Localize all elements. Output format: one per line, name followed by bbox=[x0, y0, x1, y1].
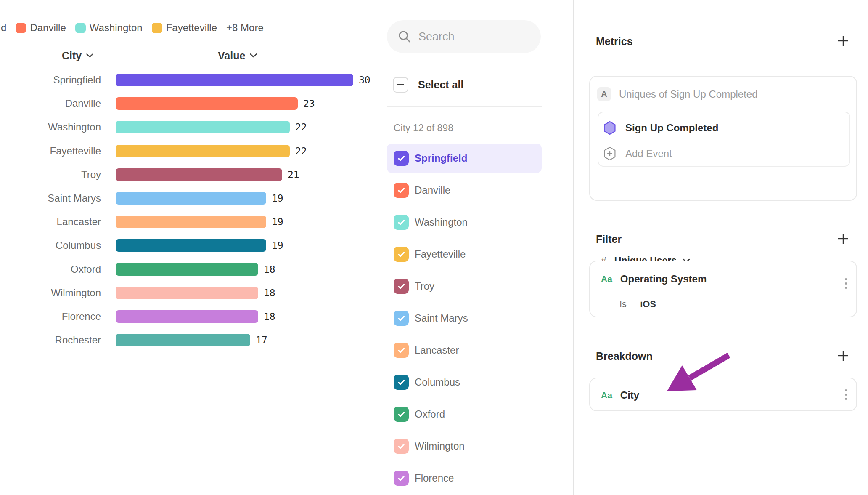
select-all-label: Select all bbox=[418, 79, 463, 91]
city-checkbox[interactable] bbox=[394, 183, 409, 198]
city-list-item[interactable]: Oxford bbox=[387, 398, 542, 430]
legend-label: Springfield bbox=[0, 22, 6, 34]
checkmark-icon bbox=[397, 282, 406, 291]
legend-label: Danville bbox=[30, 22, 66, 34]
add-event-row[interactable]: Add Event bbox=[603, 143, 672, 165]
add-breakdown-button[interactable] bbox=[837, 349, 849, 362]
filter-value: iOS bbox=[640, 299, 656, 310]
city-list-item[interactable]: Lancaster bbox=[387, 334, 542, 366]
metric-card[interactable]: A Uniques of Sign Up Completed Sign Up C… bbox=[589, 76, 857, 201]
chart-bar-value: 22 bbox=[295, 115, 307, 139]
chart-row: Fayetteville22 bbox=[0, 139, 380, 163]
city-label: Columbus bbox=[415, 366, 460, 398]
legend-label: Fayetteville bbox=[166, 22, 217, 34]
chart-bar[interactable] bbox=[116, 310, 258, 323]
filter-operator: Is bbox=[619, 299, 627, 310]
row-highlight bbox=[387, 367, 542, 397]
city-checkbox[interactable] bbox=[394, 151, 409, 166]
chart-bar-value: 19 bbox=[272, 186, 283, 210]
filter-section-title: Filter bbox=[596, 233, 622, 245]
column-header-value[interactable]: Value bbox=[218, 50, 257, 61]
legend-more-button[interactable]: +8 More bbox=[226, 22, 264, 34]
city-list-item[interactable]: Fayetteville bbox=[387, 238, 542, 270]
city-column-label: City bbox=[62, 50, 82, 62]
add-filter-button[interactable] bbox=[837, 232, 849, 245]
chart-row-label: Washington bbox=[0, 115, 101, 139]
city-list-item[interactable]: Danville bbox=[387, 174, 542, 206]
city-list-item[interactable]: Florence bbox=[387, 462, 542, 494]
chart-row: Troy21 bbox=[0, 163, 380, 186]
event-card: Sign Up Completed Add Event bbox=[598, 112, 850, 167]
chart-bar-value: 18 bbox=[264, 305, 275, 328]
chart-bar[interactable] bbox=[116, 121, 290, 133]
chart-bar[interactable] bbox=[116, 239, 266, 252]
city-label: Saint Marys bbox=[415, 302, 468, 334]
row-highlight bbox=[387, 399, 542, 429]
city-list-item[interactable]: Springfield bbox=[387, 142, 542, 174]
city-checkbox[interactable] bbox=[394, 407, 409, 422]
city-list-item[interactable]: Saint Marys bbox=[387, 302, 542, 334]
legend-item[interactable]: Washington bbox=[75, 22, 143, 34]
chart-row: Washington22 bbox=[0, 115, 380, 139]
breakdown-menu-button[interactable] bbox=[845, 389, 847, 400]
city-list-item[interactable]: Wilmington bbox=[387, 430, 542, 462]
search-input[interactable] bbox=[418, 30, 532, 43]
chart-bar-value: 19 bbox=[272, 210, 283, 234]
city-checkbox[interactable] bbox=[394, 215, 409, 230]
chart-bar[interactable] bbox=[116, 287, 258, 299]
city-label: Lancaster bbox=[415, 334, 459, 366]
legend-swatch bbox=[152, 23, 162, 33]
breakdown-property-row[interactable]: Aa City bbox=[601, 385, 639, 405]
city-checkbox[interactable] bbox=[394, 279, 409, 294]
chart-bar[interactable] bbox=[116, 216, 266, 228]
chart-bar[interactable] bbox=[116, 263, 258, 276]
select-all-checkbox[interactable] bbox=[393, 77, 408, 93]
chart-row-label: Fayetteville bbox=[0, 139, 101, 163]
chart-row-label: Florence bbox=[0, 305, 101, 328]
city-list-item[interactable]: Troy bbox=[387, 270, 542, 302]
bar-chart-panel: SpringfieldDanvilleWashingtonFayettevill… bbox=[0, 0, 380, 495]
chart-bar[interactable] bbox=[116, 145, 290, 157]
chart-row-label: Columbus bbox=[0, 234, 101, 257]
add-metric-button[interactable] bbox=[837, 35, 849, 47]
chart-bar[interactable] bbox=[116, 97, 298, 110]
chart-bar[interactable] bbox=[116, 334, 250, 346]
city-checkbox[interactable] bbox=[394, 471, 409, 486]
chevron-down-icon bbox=[86, 53, 94, 58]
event-name: Sign Up Completed bbox=[625, 122, 718, 134]
column-header-city[interactable]: City bbox=[62, 50, 94, 61]
legend-item[interactable]: Danville bbox=[16, 22, 66, 34]
filter-property-row[interactable]: Aa Operating System bbox=[601, 269, 707, 289]
chart-row: Florence18 bbox=[0, 305, 380, 328]
city-checkbox[interactable] bbox=[394, 343, 409, 358]
city-list-item[interactable]: Washington bbox=[387, 206, 542, 238]
event-hexagon-icon bbox=[603, 121, 617, 135]
checkmark-icon bbox=[397, 154, 406, 163]
chart-row: Columbus19 bbox=[0, 234, 380, 257]
search-box[interactable] bbox=[387, 20, 541, 53]
city-checkbox[interactable] bbox=[394, 439, 409, 454]
checkmark-icon bbox=[397, 218, 406, 227]
chart-row: Wilmington18 bbox=[0, 281, 380, 305]
city-checkbox[interactable] bbox=[394, 375, 409, 390]
insights-app: SpringfieldDanvilleWashingtonFayettevill… bbox=[0, 0, 868, 495]
breakdown-card[interactable]: Aa City bbox=[589, 378, 857, 411]
legend-item[interactable]: Springfield bbox=[0, 22, 6, 34]
city-checkbox[interactable] bbox=[394, 311, 409, 326]
filter-condition-row[interactable]: Is iOS bbox=[619, 295, 656, 314]
chart-bar-value: 17 bbox=[256, 328, 267, 352]
city-checkbox[interactable] bbox=[394, 247, 409, 262]
chart-bar[interactable] bbox=[116, 74, 353, 86]
chart-bar[interactable] bbox=[116, 192, 266, 205]
chart-row-label: Saint Marys bbox=[0, 186, 101, 210]
select-all-row[interactable]: Select all bbox=[393, 77, 463, 93]
chart-bar[interactable] bbox=[116, 168, 282, 181]
breakdown-section-title: Breakdown bbox=[596, 350, 653, 362]
event-row[interactable]: Sign Up Completed bbox=[603, 117, 718, 139]
chart-row-label: Danville bbox=[0, 92, 101, 115]
city-list-item[interactable]: Columbus bbox=[387, 366, 542, 398]
legend-item[interactable]: Fayetteville bbox=[152, 22, 217, 34]
filter-menu-button[interactable] bbox=[845, 278, 847, 289]
filter-card[interactable]: Aa Operating System Is iOS bbox=[589, 261, 857, 317]
chart-bar-value: 19 bbox=[272, 234, 283, 257]
